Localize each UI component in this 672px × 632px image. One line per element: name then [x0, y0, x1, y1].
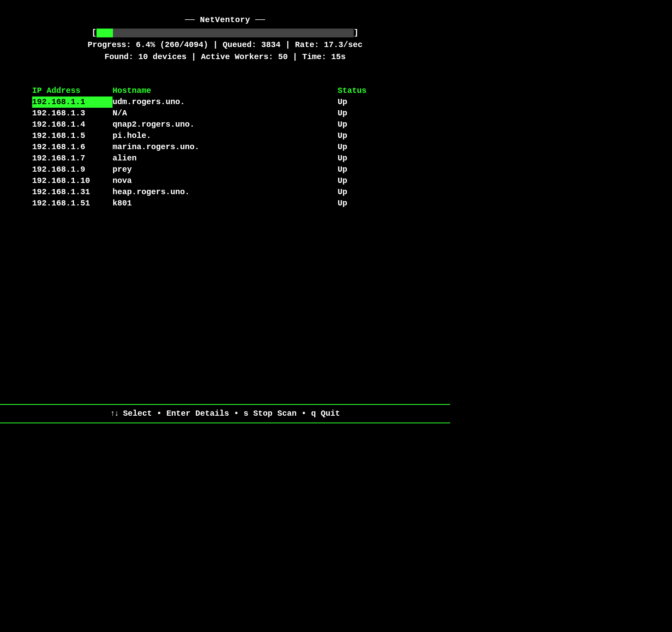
- column-header-ip[interactable]: IP Address: [32, 85, 113, 96]
- table-row[interactable]: 192.168.1.31heap.rogers.uno.Up: [32, 187, 418, 198]
- bracket-open: [: [92, 27, 96, 39]
- cell-status: Up: [338, 96, 418, 108]
- progress-bar-track: [96, 29, 354, 37]
- table-row[interactable]: 192.168.1.1udm.rogers.uno.Up: [32, 96, 418, 108]
- cell-hostname: udm.rogers.uno.: [113, 96, 338, 108]
- cell-ip: 192.168.1.6: [32, 142, 113, 153]
- cell-ip: 192.168.1.31: [32, 187, 113, 198]
- cell-hostname: marina.rogers.uno.: [113, 142, 338, 153]
- keybind-enter-details: Enter Details: [166, 409, 234, 418]
- cell-ip: 192.168.1.51: [32, 198, 113, 209]
- cell-status: Up: [338, 142, 418, 153]
- cell-ip: 192.168.1.4: [32, 119, 113, 130]
- table-row[interactable]: 192.168.1.6marina.rogers.uno.Up: [32, 142, 418, 153]
- cell-status: Up: [338, 130, 418, 142]
- separator-dot: •: [234, 409, 244, 418]
- column-header-hostname[interactable]: Hostname: [113, 85, 338, 96]
- progress-bar-line: [ ]: [0, 27, 450, 39]
- cell-status: Up: [338, 119, 418, 130]
- keybind-select: Select: [118, 409, 157, 418]
- arrow-up-down-icon: ↑↓: [110, 409, 118, 418]
- footer-keybinds: ↑↓ Select • Enter Details • s Stop Scan …: [0, 404, 450, 423]
- keybind-stop-scan: s Stop Scan: [244, 409, 301, 418]
- progress-stats-line-2: Found: 10 devices | Active Workers: 50 |…: [0, 51, 450, 63]
- separator-dot: •: [157, 409, 166, 418]
- column-header-status[interactable]: Status: [338, 85, 418, 96]
- cell-hostname: pi.hole.: [113, 130, 338, 142]
- progress-bar-fill: [96, 29, 113, 37]
- table-row[interactable]: 192.168.1.51k801Up: [32, 198, 418, 209]
- cell-status: Up: [338, 187, 418, 198]
- separator-dot: •: [301, 409, 311, 418]
- cell-hostname: qnap2.rogers.uno.: [113, 119, 338, 130]
- app-title: ── NetVentory ──: [0, 14, 450, 26]
- bracket-close: ]: [354, 27, 359, 39]
- device-table: IP Address Hostname Status 192.168.1.1ud…: [0, 85, 450, 209]
- table-header-row: IP Address Hostname Status: [32, 85, 418, 96]
- cell-hostname: prey: [113, 164, 338, 175]
- table-row[interactable]: 192.168.1.7alienUp: [32, 153, 418, 164]
- cell-status: Up: [338, 164, 418, 175]
- cell-hostname: k801: [113, 198, 338, 209]
- cell-hostname: nova: [113, 175, 338, 187]
- keybind-quit: q Quit: [311, 409, 340, 418]
- cell-status: Up: [338, 198, 418, 209]
- table-row[interactable]: 192.168.1.10novaUp: [32, 175, 418, 187]
- table-row[interactable]: 192.168.1.5pi.hole.Up: [32, 130, 418, 142]
- header: ── NetVentory ── [ ] Progress: 6.4% (260…: [0, 0, 450, 63]
- table-row[interactable]: 192.168.1.4qnap2.rogers.uno.Up: [32, 119, 418, 130]
- cell-ip: 192.168.1.7: [32, 153, 113, 164]
- table-row[interactable]: 192.168.1.9preyUp: [32, 164, 418, 175]
- cell-status: Up: [338, 153, 418, 164]
- cell-status: Up: [338, 175, 418, 187]
- cell-ip: 192.168.1.10: [32, 175, 113, 187]
- cell-ip: 192.168.1.3: [32, 108, 113, 119]
- cell-status: Up: [338, 108, 418, 119]
- progress-stats-line-1: Progress: 6.4% (260/4094) | Queued: 3834…: [0, 39, 450, 51]
- cell-ip: 192.168.1.9: [32, 164, 113, 175]
- table-row[interactable]: 192.168.1.3N/AUp: [32, 108, 418, 119]
- cell-hostname: heap.rogers.uno.: [113, 187, 338, 198]
- cell-hostname: alien: [113, 153, 338, 164]
- cell-ip: 192.168.1.5: [32, 130, 113, 142]
- cell-ip: 192.168.1.1: [32, 96, 113, 108]
- cell-hostname: N/A: [113, 108, 338, 119]
